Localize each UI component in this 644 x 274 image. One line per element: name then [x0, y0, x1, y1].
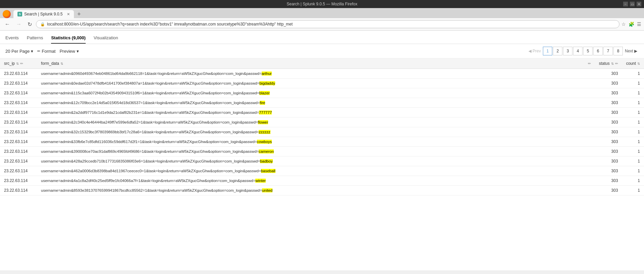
page-8-button[interactable]: 8 — [613, 47, 623, 55]
sort-icon-status: ⇅ — [611, 62, 614, 65]
cell-src-ip: 23.22.63.114 — [0, 176, 37, 186]
page-5-button[interactable]: 5 — [583, 47, 593, 55]
cell-edit — [584, 108, 595, 118]
minimize-button[interactable]: − — [623, 2, 628, 6]
prev-button[interactable]: ◀ Prev — [527, 47, 542, 55]
browser-tab[interactable]: S Search | Splunk 9.0.5 ✕ — [13, 10, 74, 18]
table-row: 23.22.63.114username=admin&2a2ddf97716c1… — [0, 108, 644, 118]
cell-status: 303 — [595, 98, 622, 108]
highlighted-password: blazer — [259, 91, 270, 95]
cell-src-ip: 23.22.63.114 — [0, 118, 37, 127]
cell-count: 1 — [622, 156, 644, 166]
cell-form-data: username=admin&2c340c4e46444ba249ff7e599… — [37, 118, 584, 127]
cell-status: 303 — [595, 118, 622, 127]
table-row: 23.22.63.114username=admin&32c15329bc3f7… — [0, 127, 644, 137]
edit-icon-status[interactable]: ✏ — [615, 61, 618, 66]
cell-count: 1 — [622, 186, 644, 195]
toolbar-right: ◀ Prev 1 2 3 4 5 6 7 8 Next ▶ — [527, 47, 639, 55]
reload-button[interactable]: ↻ — [26, 20, 34, 28]
preview-button[interactable]: Preview ▾ — [59, 49, 79, 54]
toolbar-left: 20 Per Page ▾ ✏ Format Preview ▾ — [5, 49, 79, 54]
col-header-src-ip[interactable]: src_ip ⇅ ✏ — [0, 58, 37, 69]
nav-bar: ← → ↻ 🔒 localhost:8000/en-US/app/search/… — [0, 18, 644, 31]
highlighted-password: arthur — [262, 72, 272, 76]
cell-status: 303 — [595, 137, 622, 147]
bookmarks-icon[interactable]: ☆ — [621, 21, 626, 27]
cell-edit — [584, 137, 595, 147]
cell-count: 1 — [622, 147, 644, 156]
page-6-button[interactable]: 6 — [593, 47, 603, 55]
cell-src-ip: 23.22.63.114 — [0, 137, 37, 147]
col-header-edit[interactable]: ✏ — [584, 58, 595, 69]
cell-edit — [584, 127, 595, 137]
window-title: Search | Splunk 9.0.5 — Mozilla Firefox — [287, 2, 357, 6]
next-button[interactable]: Next ▶ — [624, 47, 639, 55]
close-button[interactable]: ✕ — [637, 2, 641, 6]
cell-edit — [584, 69, 595, 79]
chevron-down-icon: ▾ — [31, 49, 33, 54]
table-header-row: src_ip ⇅ ✏ form_data ⇅ ✏ status — [0, 58, 644, 69]
highlighted-password: zzzzzz — [259, 130, 270, 134]
back-button[interactable]: ← — [3, 20, 12, 28]
cell-status: 303 — [595, 186, 622, 195]
pagination: ◀ Prev 1 2 3 4 5 6 7 8 Next ▶ — [527, 47, 639, 55]
extensions-icon[interactable]: 🧩 — [629, 21, 634, 27]
highlighted-password: baseball — [261, 169, 275, 173]
format-button[interactable]: ✏ Format — [37, 49, 55, 54]
cell-src-ip: 23.22.63.114 — [0, 156, 37, 166]
cell-count: 1 — [622, 108, 644, 118]
cell-count: 1 — [622, 127, 644, 137]
highlighted-password: cameron — [259, 149, 274, 153]
pencil-icon: ✏ — [37, 49, 40, 53]
table-row: 23.22.63.114username=admin&8593e38137076… — [0, 186, 644, 195]
tab-statistics[interactable]: Statistics (9,000) — [51, 33, 86, 44]
menu-icon[interactable]: ☰ — [637, 21, 641, 27]
table-row: 23.22.63.114username=admin&0edae02d7478d… — [0, 79, 644, 88]
cell-form-data: username=admin&32c15329bc3f78039869bb3bf… — [37, 127, 584, 137]
page-7-button[interactable]: 7 — [603, 47, 613, 55]
per-page-button[interactable]: 20 Per Page ▾ — [5, 49, 33, 54]
tab-visualization[interactable]: Visualization — [94, 33, 118, 44]
cell-count: 1 — [622, 98, 644, 108]
chevron-down-icon-preview: ▾ — [77, 49, 79, 54]
cell-status: 303 — [595, 147, 622, 156]
restore-button[interactable]: ▭ — [630, 2, 635, 6]
app-tabs: Events Patterns Statistics (9,000) Visua… — [0, 31, 644, 44]
page-4-button[interactable]: 4 — [573, 47, 583, 55]
cell-status: 303 — [595, 108, 622, 118]
highlighted-password: 777777 — [259, 110, 272, 115]
tab-close-button[interactable]: ✕ — [67, 12, 70, 16]
cell-src-ip: 23.22.63.114 — [0, 186, 37, 195]
tab-events[interactable]: Events — [5, 33, 19, 44]
cell-src-ip: 23.22.63.114 — [0, 98, 37, 108]
table-row: 23.22.63.114username=admin&115c3aa6072f4… — [0, 88, 644, 98]
highlighted-password: cowboys — [257, 140, 272, 144]
cell-form-data: username=admin&4a1c8a2df40c25ed5ff9e1fc0… — [37, 176, 584, 186]
edit-icon-col[interactable]: ✏ — [588, 61, 591, 65]
cell-form-data: username=admin&462a0006d3b8398ba84d11967… — [37, 166, 584, 176]
table-row: 23.22.63.114username=admin&12c709bcc2e14… — [0, 98, 644, 108]
lock-icon: 🔒 — [40, 22, 45, 27]
url-bar[interactable]: 🔒 localhost:8000/en-US/app/search/search… — [36, 20, 619, 28]
cell-status: 303 — [595, 88, 622, 98]
cell-status: 303 — [595, 176, 622, 186]
new-tab-button[interactable]: + — [75, 11, 83, 18]
cell-edit — [584, 166, 595, 176]
cell-edit — [584, 88, 595, 98]
page-3-button[interactable]: 3 — [563, 47, 572, 55]
col-header-status[interactable]: status ⇅ ✏ — [595, 58, 622, 69]
highlighted-password: bigdaddy — [259, 81, 275, 85]
edit-icon-src-ip[interactable]: ✏ — [20, 61, 23, 66]
forward-button[interactable]: → — [14, 20, 24, 28]
highlighted-password: fire — [260, 101, 265, 105]
page-1-button[interactable]: 1 — [543, 47, 552, 55]
cell-form-data: username=admin&0960d493674eb04861bd64da9… — [37, 69, 584, 79]
table-row: 23.22.63.114username=admin&2c340c4e46444… — [0, 118, 644, 127]
col-header-form-data[interactable]: form_data ⇅ — [37, 58, 584, 69]
page-2-button[interactable]: 2 — [553, 47, 562, 55]
cell-count: 1 — [622, 88, 644, 98]
tab-patterns[interactable]: Patterns — [27, 33, 43, 44]
col-header-count[interactable]: count ⇅ — [622, 58, 644, 69]
cell-status: 303 — [595, 127, 622, 137]
highlighted-password: flower — [258, 120, 268, 124]
